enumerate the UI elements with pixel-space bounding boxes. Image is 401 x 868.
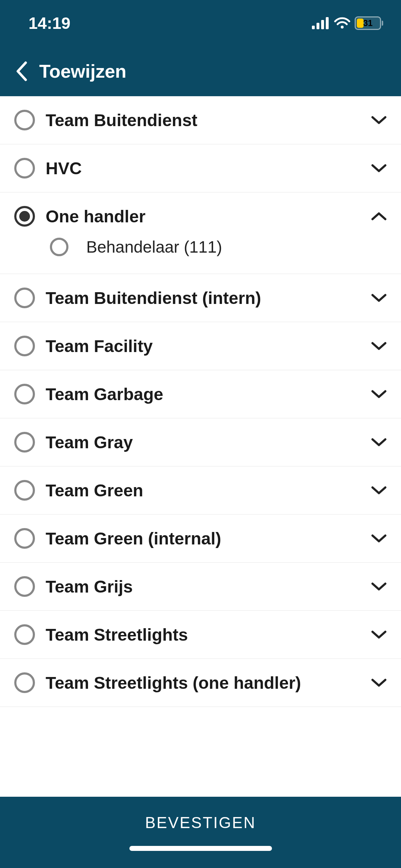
back-button[interactable] xyxy=(14,61,29,82)
chevron-down-icon[interactable] xyxy=(371,437,387,447)
team-label: Team Buitendienst xyxy=(46,110,360,130)
chevron-down-icon[interactable] xyxy=(371,485,387,495)
page-title: Toewijzen xyxy=(39,61,127,82)
status-indicators: 31 xyxy=(312,16,383,30)
team-item[interactable]: Team Facility xyxy=(0,322,401,370)
team-label: HVC xyxy=(46,159,360,178)
team-item-expanded[interactable]: One handler Behandelaar (111) xyxy=(0,192,401,274)
confirm-button[interactable]: BEVESTIGEN xyxy=(145,814,256,832)
svg-point-4 xyxy=(341,26,344,29)
subteam-item[interactable]: Behandelaar (111) xyxy=(14,227,387,260)
team-label: Team Streetlights (one handler) xyxy=(46,673,360,693)
team-label: One handler xyxy=(46,207,360,226)
team-label: Team Gray xyxy=(46,433,360,452)
chevron-down-icon[interactable] xyxy=(371,582,387,591)
team-list[interactable]: Team Buitendienst HVC One handler Behand… xyxy=(0,96,401,797)
team-label: Team Facility xyxy=(46,336,360,356)
team-item[interactable]: Team Streetlights xyxy=(0,611,401,659)
subteam-label: Behandelaar (111) xyxy=(79,237,222,257)
team-label: Team Grijs xyxy=(46,577,360,596)
radio-selected-icon[interactable] xyxy=(14,206,35,227)
radio-unselected-icon[interactable] xyxy=(14,336,35,356)
radio-unselected-icon[interactable] xyxy=(14,384,35,404)
home-indicator[interactable] xyxy=(129,846,272,851)
team-label: Team Streetlights xyxy=(46,625,360,645)
status-time: 14:19 xyxy=(18,14,71,33)
team-item[interactable]: Team Garbage xyxy=(0,370,401,418)
radio-unselected-icon[interactable] xyxy=(14,158,35,179)
chevron-down-icon[interactable] xyxy=(371,630,387,640)
svg-rect-2 xyxy=(321,20,324,29)
svg-rect-3 xyxy=(326,17,329,29)
team-item[interactable]: Team Grijs xyxy=(0,563,401,611)
svg-rect-1 xyxy=(317,23,319,29)
footer: BEVESTIGEN xyxy=(0,797,401,868)
chevron-down-icon[interactable] xyxy=(371,115,387,125)
chevron-down-icon[interactable] xyxy=(371,163,387,173)
radio-unselected-icon[interactable] xyxy=(14,110,35,130)
chevron-down-icon[interactable] xyxy=(371,389,387,399)
battery-icon: 31 xyxy=(355,16,383,30)
nav-header: Toewijzen xyxy=(0,46,401,96)
radio-unselected-icon[interactable] xyxy=(14,480,35,501)
team-label: Team Green (internal) xyxy=(46,529,360,548)
radio-unselected-icon[interactable] xyxy=(14,624,35,645)
radio-unselected-icon[interactable] xyxy=(14,432,35,453)
team-item[interactable]: Team Gray xyxy=(0,418,401,466)
chevron-down-icon[interactable] xyxy=(371,293,387,303)
team-item[interactable]: Team Green xyxy=(0,466,401,515)
team-label: Team Green xyxy=(46,481,360,500)
battery-percent: 31 xyxy=(356,18,380,28)
radio-unselected-icon[interactable] xyxy=(14,528,35,549)
team-item[interactable]: Team Green (internal) xyxy=(0,515,401,563)
svg-rect-0 xyxy=(312,26,315,29)
wifi-icon xyxy=(334,17,350,29)
radio-unselected-icon[interactable] xyxy=(14,576,35,597)
team-item[interactable]: HVC xyxy=(0,144,401,192)
chevron-down-icon[interactable] xyxy=(371,678,387,688)
cellular-signal-icon xyxy=(312,17,330,29)
chevron-down-icon[interactable] xyxy=(371,533,387,543)
radio-unselected-icon[interactable] xyxy=(50,238,68,256)
status-bar: 14:19 31 xyxy=(0,0,401,46)
team-label: Team Buitendienst (intern) xyxy=(46,288,360,308)
chevron-up-icon[interactable] xyxy=(371,211,387,221)
radio-unselected-icon[interactable] xyxy=(14,288,35,308)
team-item[interactable]: Team Buitendienst xyxy=(0,96,401,144)
radio-unselected-icon[interactable] xyxy=(14,672,35,693)
team-label: Team Garbage xyxy=(46,384,360,404)
team-item[interactable]: Team Streetlights (one handler) xyxy=(0,659,401,707)
chevron-down-icon[interactable] xyxy=(371,341,387,351)
team-item[interactable]: Team Buitendienst (intern) xyxy=(0,274,401,322)
